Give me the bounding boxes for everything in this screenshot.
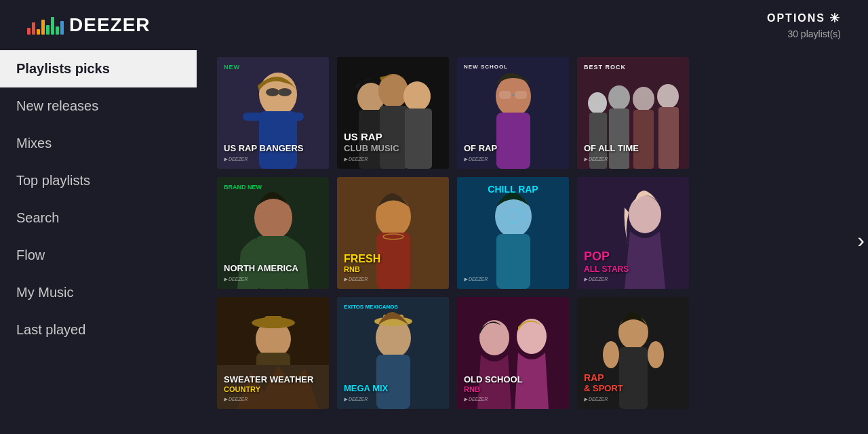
header: DEEZER OPTIONS ✳ 30 playlist(s) [0, 0, 868, 50]
card-overlay: BRAND NEW NORTH AMERICA ▶ DEEZER [217, 177, 329, 289]
logo-text: DEEZER [69, 14, 151, 36]
card-overlay: EXITOS MEXICANOS MEGA MIX ▶ DEEZER [337, 297, 449, 409]
playlist-card-chill-rap[interactable]: CHILL RAP ▶ DEEZER [457, 177, 569, 289]
star-icon: ✳ [829, 11, 841, 26]
card-subtitle: COUNTRY [224, 385, 322, 394]
deezer-badge: ▶ DEEZER [344, 157, 442, 162]
deezer-badge: ▶ DEEZER [344, 397, 442, 402]
deezer-badge: ▶ DEEZER [464, 157, 562, 162]
deezer-badge: ▶ DEEZER [584, 157, 682, 162]
options-label: OPTIONS [767, 12, 825, 24]
logo: DEEZER [27, 14, 151, 36]
sidebar-item-last-played[interactable]: Last played [0, 311, 197, 349]
card-title: POP [584, 250, 682, 264]
playlist-card-old-school-rnb[interactable]: OLD SCHOOL RNB ▶ DEEZER [457, 297, 569, 409]
playlist-card-pop-stars[interactable]: POP ALL STARS ▶ DEEZER [577, 177, 689, 289]
card-overlay: SWEATER WEATHER COUNTRY ▶ DEEZER [217, 297, 329, 409]
deezer-badge: ▶ DEEZER [224, 157, 322, 162]
sidebar-item-my-music[interactable]: My Music [0, 274, 197, 311]
playlist-card-brand-new[interactable]: BRAND NEW NORTH AMERICA ▶ DEEZER [217, 177, 329, 289]
sidebar-item-flow[interactable]: Flow [0, 237, 197, 274]
main-layout: Playlists picks New releases Mixes Top p… [0, 50, 868, 430]
sidebar-item-playlists-picks[interactable]: Playlists picks [0, 50, 197, 87]
logo-icon [27, 16, 64, 35]
card-title: MEGA MIX [344, 383, 442, 394]
card-title: OF RAP [464, 143, 562, 154]
grid-row-1: NEW US RAP BANGERS ▶ DEEZER [217, 57, 854, 169]
grid-row-3: SWEATER WEATHER COUNTRY ▶ DEEZER EX [217, 297, 854, 409]
next-arrow-button[interactable]: › [857, 228, 865, 253]
card-title: OF ALL TIME [584, 143, 682, 154]
playlist-count: 30 playlist(s) [787, 28, 841, 39]
card-overlay: NEW SCHOOL OF RAP ▶ DEEZER [457, 57, 569, 169]
card-title: SWEATER WEATHER [224, 374, 322, 385]
card-top-label: NEW SCHOOL [464, 64, 508, 70]
playlist-card-best-rock[interactable]: BEST ROCK OF ALL TIME ▶ DEEZER [577, 57, 689, 169]
sidebar-item-top-playlists[interactable]: Top playlists [0, 162, 197, 199]
card-title: US RAP [344, 131, 442, 143]
card-title: FRESH [344, 252, 442, 265]
playlist-card-us-rap-club[interactable]: US RAP CLUB MUSIC ▶ DEEZER [337, 57, 449, 169]
deezer-badge: ▶ DEEZER [464, 277, 562, 282]
card-overlay: US RAP CLUB MUSIC ▶ DEEZER [337, 57, 449, 169]
card-overlay: CHILL RAP ▶ DEEZER [457, 177, 569, 289]
playlist-card-sweater-weather[interactable]: SWEATER WEATHER COUNTRY ▶ DEEZER [217, 297, 329, 409]
deezer-badge: ▶ DEEZER [584, 397, 682, 402]
card-top-label: BEST ROCK [584, 64, 626, 71]
card-subtitle: CLUB MUSIC [344, 143, 442, 154]
header-right: OPTIONS ✳ 30 playlist(s) [767, 11, 841, 39]
playlist-card-rap-bangers[interactable]: NEW US RAP BANGERS ▶ DEEZER [217, 57, 329, 169]
card-top-label: NEW [224, 64, 240, 71]
options-button[interactable]: OPTIONS ✳ [767, 11, 841, 26]
card-title: OLD SCHOOL [464, 374, 562, 385]
card-overlay: FRESH RNB ▶ DEEZER [337, 177, 449, 289]
card-overlay: NEW US RAP BANGERS ▶ DEEZER [217, 57, 329, 169]
card-overlay: POP ALL STARS ▶ DEEZER [577, 177, 689, 289]
card-overlay: BEST ROCK OF ALL TIME ▶ DEEZER [577, 57, 689, 169]
deezer-badge: ▶ DEEZER [224, 397, 322, 402]
deezer-badge: ▶ DEEZER [584, 277, 682, 282]
card-subtitle: RNB [344, 265, 442, 274]
card-overlay: OLD SCHOOL RNB ▶ DEEZER [457, 297, 569, 409]
sidebar-item-search[interactable]: Search [0, 199, 197, 237]
playlist-card-fresh-rnb[interactable]: FRESH RNB ▶ DEEZER [337, 177, 449, 289]
playlist-card-new-school-rap[interactable]: NEW SCHOOL OF RAP ▶ DEEZER [457, 57, 569, 169]
grid-row-2: BRAND NEW NORTH AMERICA ▶ DEEZER FRESH [217, 177, 854, 289]
card-subtitle: & SPORT [584, 383, 682, 394]
card-overlay: RAP & SPORT ▶ DEEZER [577, 297, 689, 409]
sidebar-item-mixes[interactable]: Mixes [0, 125, 197, 162]
card-title: NORTH AMERICA [224, 263, 322, 274]
card-title: RAP [584, 372, 682, 384]
sidebar: Playlists picks New releases Mixes Top p… [0, 50, 197, 430]
playlist-card-exitos-mexicanos[interactable]: EXITOS MEXICANOS MEGA MIX ▶ DEEZER [337, 297, 449, 409]
deezer-badge: ▶ DEEZER [344, 277, 442, 282]
card-subtitle: ALL STARS [584, 264, 682, 274]
playlist-grid: NEW US RAP BANGERS ▶ DEEZER [197, 50, 868, 430]
deezer-badge: ▶ DEEZER [464, 397, 562, 402]
card-subtitle: RNB [464, 385, 562, 394]
card-title: US RAP BANGERS [224, 143, 322, 154]
deezer-badge: ▶ DEEZER [224, 277, 322, 282]
playlist-card-rap-sport[interactable]: RAP & SPORT ▶ DEEZER [577, 297, 689, 409]
sidebar-item-new-releases[interactable]: New releases [0, 87, 197, 125]
